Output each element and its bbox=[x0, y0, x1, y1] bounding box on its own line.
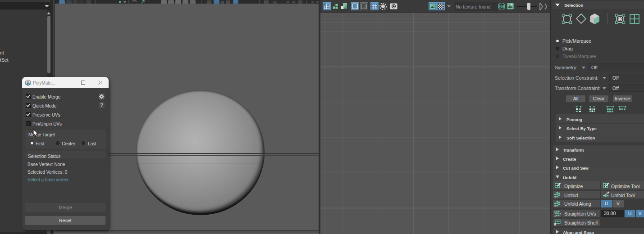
svg-text:RGB: RGB bbox=[498, 5, 505, 8]
